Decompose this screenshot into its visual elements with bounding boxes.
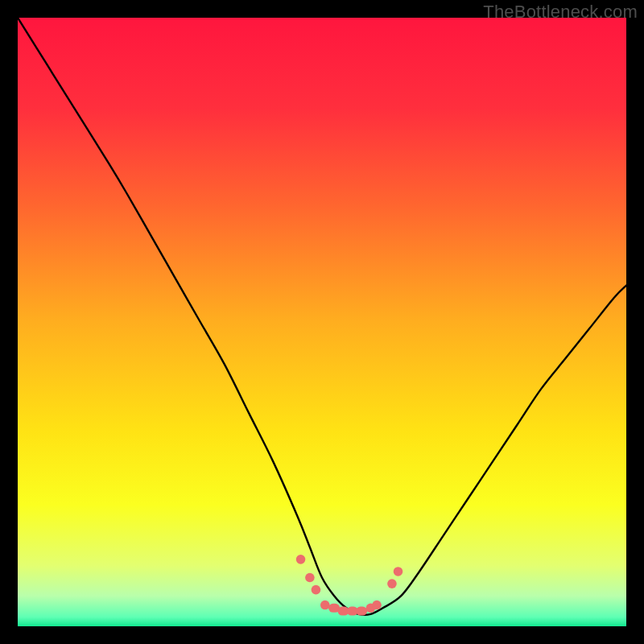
gradient-background <box>18 18 626 626</box>
chart-svg <box>18 18 626 626</box>
marker-pill <box>356 607 367 616</box>
marker-dot <box>312 585 321 595</box>
marker-dot <box>320 601 330 610</box>
chart-outer-frame: TheBottleneck.com <box>0 0 644 644</box>
marker-dot <box>387 579 397 588</box>
marker-dot <box>372 601 382 610</box>
marker-dot <box>394 567 403 576</box>
marker-dot <box>305 573 315 583</box>
watermark-text: TheBottleneck.com <box>483 2 638 23</box>
marker-dot <box>296 555 306 564</box>
chart-plot-area <box>18 18 626 626</box>
